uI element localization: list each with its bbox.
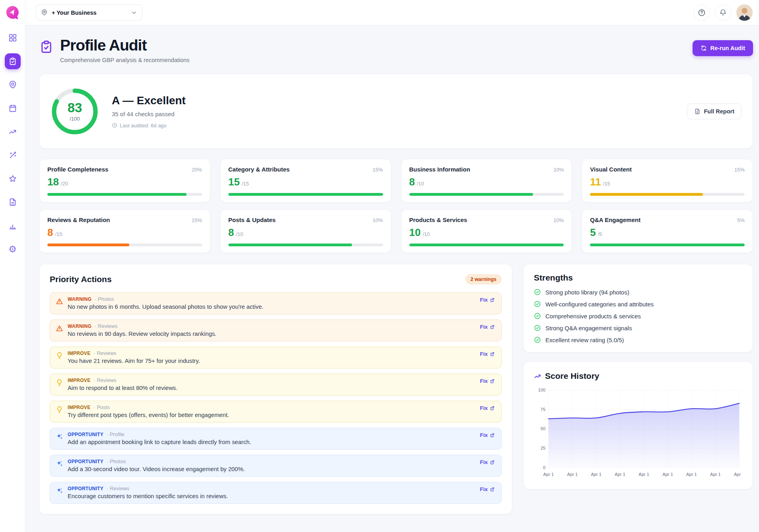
sparkles-icon [56, 433, 63, 440]
category-progress-track [590, 244, 745, 246]
sidebar-item-performance[interactable] [5, 124, 21, 140]
strength-text: Comprehensive products & services [545, 313, 641, 320]
sidebar-item-reviews[interactable] [5, 171, 21, 187]
app-root: ⚙ + Your Business [0, 0, 759, 532]
priority-action-label: OPPORTUNITY [68, 486, 103, 491]
fix-link[interactable]: Fix [480, 324, 495, 330]
sidebar-item-analytics[interactable] [5, 218, 21, 234]
sidebar-item-settings[interactable]: ⚙ [5, 241, 21, 257]
grid-icon [8, 33, 17, 42]
warning-triangle-icon [56, 298, 63, 305]
svg-text:Apr 1: Apr 1 [638, 472, 649, 477]
lightbulb-icon [56, 379, 63, 386]
lightbulb-icon [56, 406, 63, 413]
score-history-panel: Score History 0255075100Apr 1Apr 1Apr 1A… [523, 361, 753, 489]
category-score: 18 [47, 176, 59, 188]
score-ring: 83 /100 [51, 87, 99, 136]
score-summary-card: 83 /100 A — Excellent 35 of 44 checks pa… [39, 74, 753, 149]
category-weight: 10% [372, 217, 383, 223]
external-link-icon [490, 487, 495, 492]
gear-icon: ⚙ [8, 245, 17, 254]
category-score-max: /15 [242, 181, 249, 187]
trending-up-icon [8, 127, 17, 136]
category-score-max: /5 [598, 231, 602, 237]
category-progress-track [590, 193, 745, 196]
check-circle-icon [534, 300, 541, 308]
help-button[interactable] [693, 4, 710, 21]
priority-action-item: WARNING · Reviews No reviews in 90 days.… [50, 320, 502, 341]
category-progress-track [47, 193, 202, 196]
category-progress-fill [228, 244, 352, 246]
priority-action-icon [56, 325, 63, 332]
external-link-icon [490, 297, 495, 302]
category-grid: Profile Completeness 20% 18 /20 Category… [39, 159, 753, 253]
last-audited-text: Last audited: 6d ago [120, 123, 167, 129]
file-text-icon [694, 108, 701, 115]
clipboard-check-icon [8, 57, 17, 66]
fix-link[interactable]: Fix [480, 486, 495, 492]
priority-action-label: IMPROVE [68, 351, 90, 356]
fix-link-label: Fix [480, 324, 488, 330]
help-circle-icon [698, 9, 706, 17]
external-link-icon [490, 433, 495, 438]
fix-link[interactable]: Fix [480, 405, 495, 411]
business-selector[interactable]: + Your Business [36, 4, 142, 21]
sidebar-item-dashboard[interactable] [5, 30, 21, 46]
business-selector-label: + Your Business [52, 10, 97, 16]
fix-link[interactable]: Fix [480, 459, 495, 465]
bell-icon [719, 9, 727, 16]
fix-link[interactable]: Fix [480, 432, 495, 438]
priority-action-label: IMPROVE [68, 378, 90, 383]
user-avatar[interactable] [736, 4, 753, 21]
category-weight: 15% [372, 167, 383, 173]
priority-action-icon [56, 352, 63, 359]
priority-action-text: You have 21 reviews. Aim for 75+ for you… [68, 358, 200, 364]
magic-wand-icon [8, 151, 17, 160]
rerun-audit-button[interactable]: Re-run Audit [693, 40, 753, 56]
map-pin-icon [8, 80, 17, 89]
check-circle-icon [534, 324, 541, 331]
fix-link-label: Fix [480, 432, 488, 438]
svg-text:50: 50 [541, 426, 545, 431]
category-name: Products & Services [409, 216, 467, 223]
sidebar-item-ai-tools[interactable] [5, 147, 21, 163]
priority-action-label: OPPORTUNITY [68, 459, 103, 464]
fix-link-label: Fix [480, 378, 488, 384]
notifications-button[interactable] [715, 4, 731, 21]
full-report-button[interactable]: Full Report [687, 103, 741, 119]
priority-action-item: IMPROVE · Posts Try different post types… [50, 401, 502, 423]
priority-actions-list: WARNING · Photos No new photos in 6 mont… [50, 292, 502, 504]
priority-action-category: · Reviews [93, 350, 116, 356]
sidebar-item-profile-audit[interactable] [5, 53, 21, 69]
brand-logo[interactable] [5, 5, 20, 20]
category-progress-track [228, 244, 383, 246]
fix-link[interactable]: Fix [480, 297, 495, 303]
category-progress-fill [228, 193, 383, 196]
svg-text:25: 25 [541, 446, 545, 450]
category-score-max: /10 [236, 231, 243, 237]
svg-text:Apr 1: Apr 1 [591, 472, 601, 477]
lightbulb-icon [56, 352, 63, 359]
category-progress-track [409, 193, 564, 196]
clock-icon [112, 123, 117, 128]
priority-action-icon [56, 406, 63, 413]
priority-action-item: OPPORTUNITY · Photos Add a 30-second vid… [50, 455, 502, 477]
calendar-icon [8, 104, 17, 113]
category-weight: 5% [737, 217, 745, 223]
sidebar-item-calendar[interactable] [5, 100, 21, 116]
external-link-icon [490, 460, 495, 465]
priority-action-text: Add a 30-second video tour. Videos incre… [68, 466, 245, 472]
sidebar-item-locations[interactable] [5, 77, 21, 93]
page-title: Profile Audit [60, 37, 189, 54]
fix-link[interactable]: Fix [480, 378, 495, 384]
last-audited: Last audited: 6d ago [112, 123, 186, 129]
category-score-max: /10 [417, 181, 424, 187]
sidebar-item-reports[interactable] [5, 194, 21, 210]
strengths-panel: Strengths Strong photo library (94 photo… [523, 264, 753, 353]
warnings-badge: 2 warnings [465, 274, 502, 285]
category-progress-fill [590, 244, 745, 246]
fix-link[interactable]: Fix [480, 351, 495, 357]
score-history-title: Score History [545, 371, 599, 381]
priority-actions-title: Priority Actions [50, 275, 112, 284]
strength-text: Excellent review rating (5.0/5) [545, 337, 624, 343]
